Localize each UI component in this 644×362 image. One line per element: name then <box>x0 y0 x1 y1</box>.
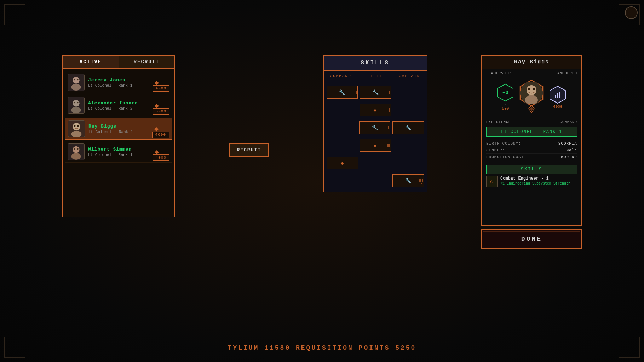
portrait-hex-group <box>517 79 546 115</box>
svg-point-4 <box>77 79 79 80</box>
col-fleet: FLEET <box>358 71 392 81</box>
promotion-cost-row: PROMOTION COST: 500 RP <box>486 154 577 160</box>
skill-icon: 🔧 <box>405 178 411 184</box>
leadership-label: LEADERSHIP <box>486 71 511 75</box>
skill-node-fleet-1[interactable]: 🔧 <box>360 86 391 99</box>
avatar-ray <box>68 120 85 137</box>
recruit-button-area: RECRUIT <box>229 55 269 157</box>
rank-hex-group: 4000 <box>548 86 567 109</box>
promotion-cost-label: PROMOTION COST: <box>486 155 527 159</box>
skill-node-fleet-2[interactable]: ◆ <box>360 104 391 116</box>
skills-columns: COMMAND FLEET CAPTAIN <box>324 71 427 81</box>
flame-icon <box>528 105 535 115</box>
char-panel-empty-space <box>482 189 581 225</box>
skill-icon: 🔧 <box>373 89 379 95</box>
skill-bar-1 <box>388 126 389 129</box>
crew-item-alexander[interactable]: Alexander Isnard Lt Colonel - Rank 2 ◆ 5… <box>65 95 172 116</box>
skill-node-cap-2 <box>393 104 424 116</box>
crew-info-jeremy: Jeremy Jones Lt Colonel - Rank 1 <box>85 77 155 88</box>
tab-recruit[interactable]: RECRUIT <box>119 56 174 68</box>
rank-title-bar: LT COLONEL - RANK 1 <box>486 127 577 137</box>
birth-colony-label: BIRTH COLONY: <box>486 141 521 146</box>
crew-item-wilbert[interactable]: Wilbert Simmen Lt Colonel - Rank 1 ◆ 400… <box>65 141 172 163</box>
skill-node-cmd-4 <box>327 139 357 152</box>
done-button-container: DONE <box>481 229 582 249</box>
col-command: COMMAND <box>324 71 358 81</box>
skill-bar-3 <box>422 179 423 182</box>
crew-name-ray: Ray Biggs <box>88 124 154 129</box>
skill-rank-label: 3 <box>421 182 422 186</box>
crew-name-jeremy: Jeremy Jones <box>88 77 155 83</box>
skill-bars <box>389 108 390 112</box>
crew-rank-jeremy: Lt Colonel - Rank 1 <box>88 83 155 88</box>
tab-active[interactable]: ACTIVE <box>63 56 119 68</box>
skill-node-cmd-6 <box>327 174 357 187</box>
skill-entry-text-1: Combat Engineer - 1 +1 Engineering Subsy… <box>500 176 577 186</box>
birth-colony-value: SCORPIA <box>558 141 577 146</box>
command-sub-stats: 4000 <box>553 105 562 109</box>
rank-bars-icon <box>555 92 560 98</box>
portrait-main-hex <box>517 79 546 107</box>
done-button[interactable]: DONE <box>481 229 582 249</box>
skill-node-cap-6[interactable]: 🔧 3 <box>392 174 424 187</box>
skill-bars <box>419 179 423 182</box>
crew-cost-jeremy: 4000 <box>153 85 169 92</box>
skill-icon: 🔧 <box>405 125 411 131</box>
skill-bar-1 <box>389 108 390 112</box>
crew-rank-wilbert: Lt Colonel - Rank 1 <box>88 153 155 157</box>
leadership-value: +0 <box>502 90 508 95</box>
crew-name-wilbert: Wilbert Simmen <box>88 147 155 152</box>
skill-bars <box>356 90 357 94</box>
svg-point-3 <box>74 79 75 80</box>
skill-row-5: ◆ <box>327 156 424 170</box>
svg-point-11 <box>73 123 80 130</box>
svg-point-2 <box>71 84 81 90</box>
skills-title: SKILLS <box>324 56 427 71</box>
svg-marker-28 <box>530 107 533 111</box>
leadership-sub-stats: 0 500 <box>502 103 509 111</box>
crew-item-jeremy[interactable]: Jeremy Jones Lt Colonel - Rank 1 ◆ 4000 <box>65 72 172 93</box>
recruit-button[interactable]: RECRUIT <box>229 143 269 157</box>
crew-cost-ray: 4000 <box>152 132 169 138</box>
top-right-button[interactable]: — <box>625 6 638 19</box>
skill-entry-1: ⚙ Combat Engineer - 1 +1 Engineering Sub… <box>486 176 577 187</box>
svg-point-16 <box>73 146 79 153</box>
crew-cost-alexander: 5000 <box>153 108 169 115</box>
tab-bar: ACTIVE RECRUIT <box>62 55 175 69</box>
svg-point-25 <box>528 88 530 90</box>
skill-row-4: ◆ <box>327 138 424 153</box>
svg-point-1 <box>73 77 79 84</box>
corner-decoration-tl <box>4 4 25 25</box>
resource-bar: TYLIUM 11580 REQUISITION POINTS 5250 <box>0 344 644 351</box>
skill-node-cmd-1[interactable]: 🔧 <box>327 86 358 99</box>
crew-item-ray[interactable]: Ray Biggs Lt Colonel - Rank 1 ◆ 4000 <box>65 118 172 140</box>
avatar-wilbert <box>68 143 85 160</box>
skill-node-fleet-3[interactable]: 🔧 <box>359 121 390 134</box>
skill-bar-2 <box>389 144 390 147</box>
skill-node-cmd-3 <box>327 121 357 134</box>
skill-node-cap-3[interactable]: 🔧 <box>392 121 424 134</box>
skill-bar-1 <box>419 179 420 182</box>
skill-node-cmd-5[interactable]: ◆ <box>327 157 358 169</box>
crew-rank-ray: Lt Colonel - Rank 1 <box>88 130 154 134</box>
skill-bars <box>389 90 390 94</box>
command-label: COMMAND <box>560 120 577 124</box>
experience-label: EXPERIENCE <box>486 120 511 124</box>
skill-entry-name-1: Combat Engineer - 1 <box>500 176 577 181</box>
skill-icon: ◆ <box>341 160 344 166</box>
rank-hex <box>548 86 567 104</box>
rank-bar-2 <box>557 93 558 98</box>
skill-node-fleet-4[interactable]: ◆ <box>360 139 391 152</box>
portrait-area: +0 0 500 <box>482 76 581 118</box>
stats-labels-row: LEADERSHIP ANCHORED <box>482 69 581 76</box>
gender-value: Male <box>567 148 577 152</box>
skill-icon: ◆ <box>374 142 376 148</box>
svg-point-13 <box>74 125 76 127</box>
skill-entry-icon-1: ⚙ <box>486 176 498 187</box>
main-container: ACTIVE RECRUIT Jeremy Jones L <box>62 55 582 334</box>
svg-point-17 <box>71 153 81 160</box>
svg-point-14 <box>77 125 79 127</box>
crew-name-alexander: Alexander Isnard <box>88 100 155 106</box>
resource-display: TYLIUM 11580 REQUISITION POINTS 5250 <box>228 344 416 351</box>
svg-point-6 <box>73 100 79 107</box>
